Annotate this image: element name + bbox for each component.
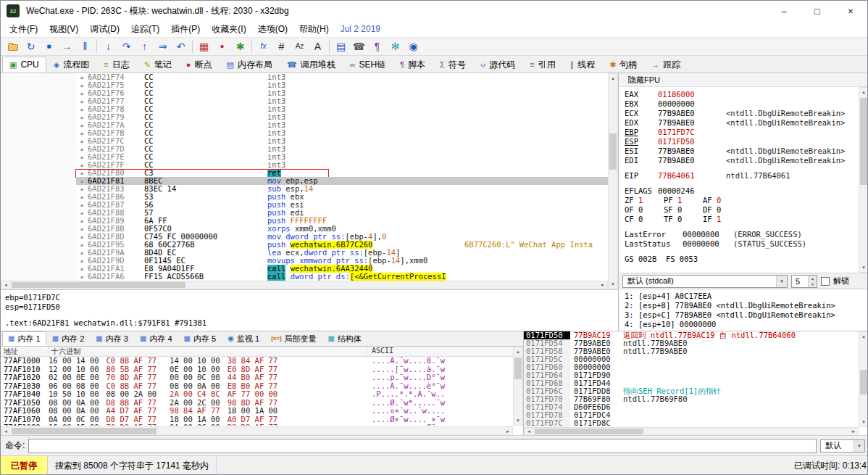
tab-memory-2[interactable]: ▦内存 2 <box>46 331 91 346</box>
breakpoint-dot[interactable]: ● <box>76 193 88 201</box>
scroll-track[interactable] <box>859 341 868 418</box>
argument-row[interactable]: 4: [esp+10] 00000000 <box>625 320 868 329</box>
menu-file[interactable]: 文件(F) <box>4 22 43 37</box>
tab-struct[interactable]: ▦结构体 <box>322 331 367 346</box>
script-icon[interactable]: ¶ <box>368 38 386 54</box>
patches-icon[interactable]: ▦ <box>195 38 213 54</box>
stack-vscrollbar[interactable]: ▲ ▼ <box>859 331 868 427</box>
disasm-vscrollbar[interactable]: ▲ ▼ <box>608 73 618 289</box>
breakpoint-dot[interactable]: ● <box>76 161 88 169</box>
call-stack-icon[interactable]: ☎ <box>350 38 368 54</box>
command-input[interactable] <box>28 439 817 453</box>
help-icon[interactable]: ◉ <box>404 38 422 54</box>
step-out-icon[interactable]: ↑ <box>135 38 154 54</box>
register-line[interactable]: LastStatus00000000(STATUS_SUCCESS) <box>625 239 859 249</box>
breakpoint-dot[interactable]: ● <box>76 185 88 193</box>
argument-row[interactable]: 1: [esp+4] A0C17EEA <box>625 292 868 301</box>
register-line[interactable]: GS 002B FS 0053 <box>625 255 859 264</box>
register-line[interactable]: EAX01186000 <box>625 90 859 99</box>
step-back-icon[interactable]: ↶ <box>172 38 190 54</box>
font-icon[interactable]: A <box>309 38 327 54</box>
tab-source[interactable]: ‹›源代码 <box>473 57 522 73</box>
breakpoint-dot[interactable]: ● <box>76 209 88 217</box>
tab-notes[interactable]: ✎笔记 <box>137 57 179 73</box>
scroll-up-arrow[interactable]: ▲ <box>609 74 617 83</box>
pause-icon[interactable]: ‖ <box>76 38 94 54</box>
scroll-track[interactable] <box>533 428 849 435</box>
tab-seh[interactable]: ∞SEH链 <box>343 57 393 73</box>
tab-breakpoints[interactable]: ●断点 <box>179 57 220 73</box>
run-icon[interactable]: → <box>58 38 76 54</box>
breakpoint-dot[interactable]: ● <box>76 201 88 209</box>
step-into-icon[interactable]: ↓ <box>99 38 117 54</box>
menu-help[interactable]: 帮助(H) <box>293 22 335 37</box>
stepper-arrows[interactable]: ▲ ▼ <box>808 276 817 287</box>
register-line[interactable] <box>625 224 859 230</box>
scroll-thumb[interactable] <box>12 428 157 434</box>
scroll-down-arrow[interactable]: ▼ <box>859 263 868 272</box>
menu-options[interactable]: 选项(O) <box>252 22 293 37</box>
register-line[interactable]: EBP0171FD7C <box>625 128 859 137</box>
scroll-track[interactable] <box>609 83 617 280</box>
stepper-down-icon[interactable]: ▼ <box>809 281 817 287</box>
tab-memory-5[interactable]: ▦内存 5 <box>178 331 222 346</box>
breakpoint-dot[interactable]: ● <box>76 73 88 81</box>
menu-favourites[interactable]: 收藏夹(I) <box>206 22 251 37</box>
register-line[interactable]: ESP0171FD50 <box>625 137 859 146</box>
scroll-left-arrow[interactable]: ◄ <box>1 427 10 435</box>
register-line[interactable]: ZF 1PF 1AF 0 <box>625 196 859 205</box>
register-line[interactable] <box>625 165 859 171</box>
minimize-button[interactable]: – <box>767 1 801 21</box>
breakpoint-dot[interactable]: ● <box>76 105 88 113</box>
run-to-user-code-icon[interactable]: ⇒ <box>154 38 172 54</box>
scroll-up-arrow[interactable]: ▲ <box>514 347 522 356</box>
tab-graph[interactable]: ◈流程图 <box>46 57 96 73</box>
hide-fpu-button[interactable]: 隐藏FPU <box>619 73 868 87</box>
menu-trace[interactable]: 追踪(T) <box>125 22 165 37</box>
scroll-thumb[interactable] <box>609 133 617 170</box>
registers-vscrollbar[interactable]: ▲ ▼ <box>859 87 868 273</box>
chevron-down-icon[interactable]: ▼ <box>854 440 864 452</box>
menu-debug[interactable]: 调试(D) <box>84 22 125 37</box>
breakpoint-dot[interactable]: ● <box>76 249 88 257</box>
stop-icon[interactable]: ■ <box>40 38 58 54</box>
scroll-up-arrow[interactable]: ▲ <box>859 332 868 341</box>
scroll-down-arrow[interactable]: ▼ <box>859 418 868 426</box>
scroll-track[interactable] <box>514 356 522 416</box>
breakpoint-dot[interactable]: ● <box>76 177 88 185</box>
register-line[interactable]: EDI77B9ABE0<ntdll.DbgUiRemoteBreakin> <box>625 156 859 165</box>
dump-row[interactable]: 77AF108016 00 15 0070 D8 AF 770A 00 0C 0… <box>1 424 513 426</box>
breakpoint-dot[interactable]: ● <box>76 217 88 225</box>
breakpoint-dot[interactable]: ● <box>76 129 88 137</box>
dump-row[interactable]: 77AF100016 00 14 00C0 8B AF 7714 00 10 0… <box>1 357 513 365</box>
register-line[interactable]: ESI77B9ABE0<ntdll.DbgUiRemoteBreakin> <box>625 146 859 156</box>
breakpoint-dot[interactable]: ● <box>76 145 88 153</box>
maximize-button[interactable]: □ <box>801 1 834 21</box>
assemble-fx-icon[interactable]: fx <box>254 38 272 54</box>
calling-convention-select[interactable]: 默认 (stdcall) ▼ <box>622 275 788 288</box>
stack-row[interactable]: 0171FD7C0171FD8C <box>524 419 859 427</box>
open-file-icon[interactable] <box>4 38 22 54</box>
tab-handles[interactable]: ✱句柄 <box>602 57 644 73</box>
tab-symbols[interactable]: Σ符号 <box>433 57 473 73</box>
breakpoint-dot[interactable]: ● <box>76 137 88 145</box>
register-line[interactable] <box>625 181 859 186</box>
breakpoint-dot[interactable]: ● <box>76 121 88 129</box>
preferences-icon[interactable]: ✱ <box>231 38 249 54</box>
menu-view[interactable]: 视图(V) <box>43 22 84 37</box>
scroll-left-arrow[interactable]: ◄ <box>525 428 533 435</box>
restart-icon[interactable]: ↻ <box>22 38 40 54</box>
hash-icon[interactable]: # <box>272 38 291 54</box>
breakpoint-dot[interactable]: ● <box>76 241 88 249</box>
tab-memory-map[interactable]: ▤内存布局 <box>220 57 280 73</box>
breakpoint-dot[interactable]: ● <box>76 113 88 121</box>
scroll-down-arrow[interactable]: ▼ <box>609 280 617 289</box>
tab-call-stack[interactable]: ☎调用堆栈 <box>280 57 343 73</box>
register-line[interactable]: EFLAGS00000246 <box>625 186 859 196</box>
scroll-right-arrow[interactable]: ► <box>598 281 607 289</box>
tab-threads[interactable]: ∥线程 <box>563 57 603 73</box>
argument-row[interactable]: 3: [esp+C] 77B9ABE0 <ntdll.DbgUiRemoteBr… <box>625 310 868 320</box>
disasm-row[interactable]: ●6AD21FA6FF15 ACD5566Bcall dword ptr ds:… <box>1 273 608 281</box>
breakpoints-icon[interactable]: ● <box>213 38 231 54</box>
breakpoint-dot[interactable]: ● <box>76 257 88 265</box>
